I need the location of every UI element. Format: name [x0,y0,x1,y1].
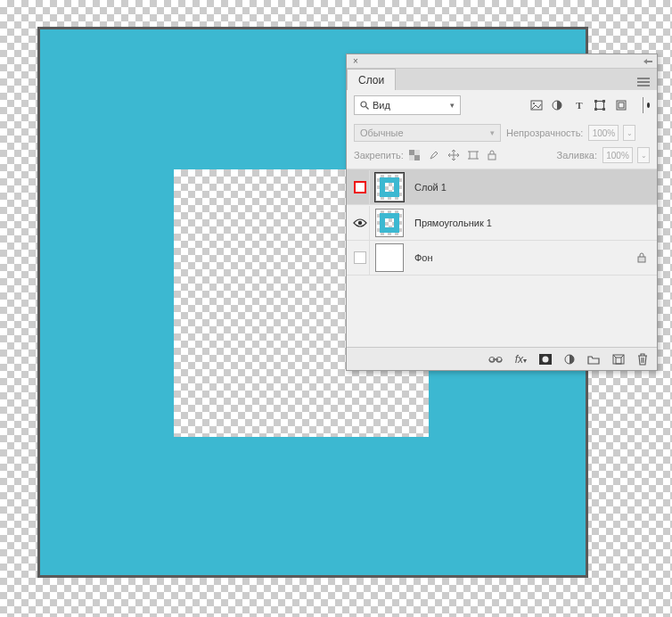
tab-layers[interactable]: Слои [347,69,396,90]
layer-name[interactable]: Прямоугольник 1 [414,218,492,228]
filter-label: Вид [373,100,390,111]
svg-point-0 [361,102,366,107]
blend-row: Обычные ▾ Непрозрачность: 100% ⌄ [347,120,657,145]
svg-point-22 [357,220,361,224]
svg-point-3 [533,103,535,104]
layer-thumbnail[interactable] [375,243,404,272]
layers-panel: × Слои Вид ▾ T [346,53,658,371]
opacity-label: Непрозрачность: [506,128,583,138]
fill-chevron[interactable]: ⌄ [637,147,650,163]
panel-menu-button[interactable] [630,74,657,90]
layer-name[interactable]: Фон [414,252,433,263]
eye-icon [353,218,367,228]
filter-adjust-icon[interactable] [552,100,564,111]
chevron-down-icon: ▾ [490,128,495,137]
filter-text-icon[interactable]: T [573,100,586,111]
svg-rect-8 [594,108,597,111]
opacity-value[interactable]: 100% [588,125,619,141]
adjustment-button[interactable] [564,354,575,365]
lock-brush-icon[interactable] [429,150,441,160]
layer-visibility-toggle[interactable] [350,206,370,240]
svg-rect-6 [594,100,597,103]
svg-rect-9 [602,108,605,111]
panel-titlebar[interactable]: × [347,54,657,69]
opacity-chevron[interactable]: ⌄ [623,125,635,141]
layer-visibility-toggle[interactable] [350,241,370,275]
filter-toggle[interactable] [643,97,650,113]
fill-value[interactable]: 100% [602,147,633,163]
filter-type-icons: T [530,97,650,113]
lock-transparency-icon[interactable] [409,150,422,160]
svg-rect-11 [619,103,624,108]
svg-rect-23 [638,257,645,262]
link-layers-button[interactable] [488,355,503,364]
layer-visibility-toggle[interactable] [350,170,370,204]
svg-rect-12 [409,150,414,155]
layers-list: Слой 1 Прямоугольник 1 Фон [347,169,657,276]
tab-label: Слои [358,74,384,86]
mask-button[interactable] [539,354,552,365]
blend-mode-label: Обычные [360,128,404,138]
delete-layer-button[interactable] [637,353,648,366]
layer-name[interactable]: Слой 1 [414,182,447,193]
svg-rect-16 [470,152,477,159]
svg-rect-14 [414,150,420,155]
chevron-down-icon: ▾ [450,101,455,110]
lock-artboard-icon[interactable] [468,150,480,160]
panel-footer: fx▾ [347,347,657,370]
svg-point-27 [543,356,549,362]
search-icon [360,101,369,110]
lock-row: Закрепить: Заливка: 100% ⌄ [347,145,657,169]
svg-rect-15 [409,155,414,160]
panel-tabs: Слои [347,69,657,90]
filter-pixel-icon[interactable] [530,100,543,111]
visibility-box-highlighted [354,181,366,193]
visibility-box [354,251,366,264]
layer-row[interactable]: Слой 1 [347,169,657,204]
lock-all-icon[interactable] [488,150,500,160]
filter-row: Вид ▾ T [347,90,657,120]
svg-rect-13 [414,155,420,160]
blend-mode-select[interactable]: Обычные ▾ [354,124,501,142]
layer-row[interactable]: Прямоугольник 1 [347,204,657,240]
layer-filter-select[interactable]: Вид ▾ [354,95,461,115]
panel-collapse-button[interactable] [643,56,653,67]
layer-thumbnail[interactable] [375,209,404,237]
fx-button[interactable]: fx▾ [515,353,527,366]
panel-close-button[interactable]: × [350,56,361,67]
svg-line-1 [366,107,369,110]
svg-rect-30 [616,358,621,364]
svg-rect-7 [602,100,605,103]
filter-shape-icon[interactable] [594,100,607,111]
fill-label: Заливка: [557,150,597,160]
group-button[interactable] [587,354,600,365]
lock-label: Закрепить: [354,150,404,160]
lock-position-icon[interactable] [448,150,461,160]
svg-rect-21 [488,154,496,160]
layer-thumbnail[interactable] [375,173,404,202]
layer-row[interactable]: Фон [347,240,657,276]
lock-icon [637,252,646,263]
new-layer-button[interactable] [612,354,625,365]
lock-icons [409,150,500,160]
filter-smart-icon[interactable] [616,100,628,111]
